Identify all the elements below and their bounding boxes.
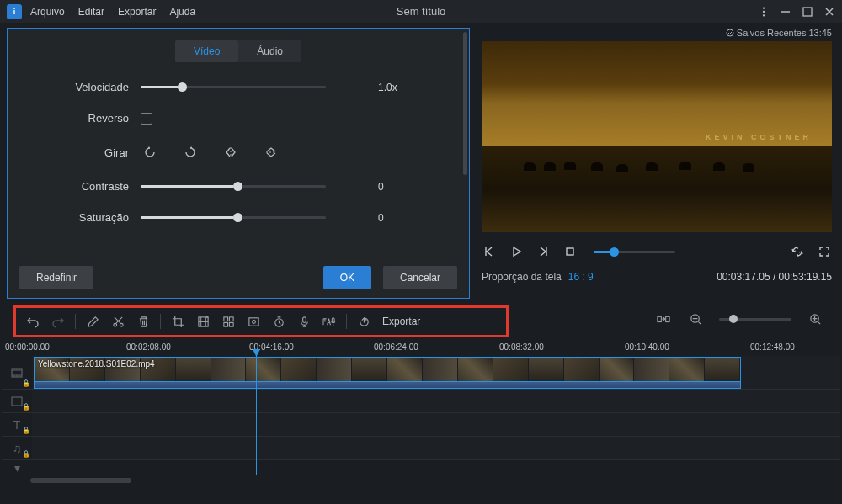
delete-icon[interactable] xyxy=(135,313,152,330)
svg-rect-14 xyxy=(223,322,227,326)
svg-rect-12 xyxy=(223,316,227,321)
tab-video[interactable]: Vídeo xyxy=(175,40,238,62)
menu-file[interactable]: Arquivo xyxy=(30,6,65,18)
reset-button[interactable]: Redefinir xyxy=(19,266,93,289)
ruler-tick: 00:12:48.00 xyxy=(750,342,795,352)
svg-rect-21 xyxy=(658,316,661,321)
contrast-slider[interactable] xyxy=(141,185,326,188)
text-track[interactable] xyxy=(32,413,840,437)
timeline-scrollbar[interactable] xyxy=(2,477,840,484)
menu-help[interactable]: Ajuda xyxy=(169,6,195,18)
time-ruler[interactable]: 00:00:00.00 00:02:08.00 00:04:16.00 00:0… xyxy=(2,342,840,356)
tts-icon[interactable] xyxy=(321,313,338,330)
clip-filename: Yellowstone.2018.S01E02.mp4 xyxy=(38,359,155,369)
mosaic-icon[interactable] xyxy=(195,313,211,330)
timeline: 00:00:00.00 00:02:08.00 00:04:16.00 00:0… xyxy=(0,339,842,484)
maximize-icon[interactable] xyxy=(802,6,813,18)
svg-point-17 xyxy=(252,320,255,323)
snapshot-icon[interactable] xyxy=(790,244,805,259)
saturation-label: Saturação xyxy=(23,211,141,224)
flip-horizontal-icon[interactable] xyxy=(221,143,240,162)
prev-frame-button[interactable] xyxy=(482,244,497,259)
play-button[interactable] xyxy=(509,244,524,259)
reverse-checkbox[interactable] xyxy=(141,113,152,125)
export-label[interactable]: Exportar xyxy=(382,316,420,327)
stop-button[interactable] xyxy=(562,244,578,259)
tab-audio[interactable]: Áudio xyxy=(238,40,301,62)
ok-button[interactable]: OK xyxy=(323,266,371,289)
aspect-value[interactable]: 16 : 9 xyxy=(568,271,594,283)
cancel-button[interactable]: Cancelar xyxy=(383,266,457,289)
svg-point-9 xyxy=(113,323,116,326)
saved-status: Salvos Recentes 13:45 xyxy=(482,28,832,38)
ruler-tick: 00:08:32.00 xyxy=(499,342,544,352)
document-title: Sem título xyxy=(397,5,446,18)
audio-track-icon[interactable]: ♫🔒 xyxy=(2,437,32,460)
svg-point-10 xyxy=(120,323,123,326)
rotate-cw-icon[interactable] xyxy=(181,143,200,162)
contrast-value: 0 xyxy=(378,181,384,193)
fullscreen-icon[interactable] xyxy=(817,244,832,259)
ruler-tick: 00:00:00.00 xyxy=(5,342,50,352)
zoom-in-icon[interactable] xyxy=(807,310,823,327)
cut-icon[interactable] xyxy=(109,313,126,330)
svg-point-1 xyxy=(763,10,765,12)
svg-rect-26 xyxy=(12,397,22,406)
rotate-ccw-icon[interactable] xyxy=(141,143,159,162)
video-track[interactable]: Yellowstone.2018.S01E02.mp4 xyxy=(32,356,840,390)
saturation-slider[interactable] xyxy=(141,216,326,219)
svg-rect-19 xyxy=(302,316,306,322)
playhead[interactable] xyxy=(256,356,257,475)
saturation-value: 0 xyxy=(378,212,384,224)
menu-export[interactable]: Exportar xyxy=(118,6,156,18)
undo-icon[interactable] xyxy=(24,313,41,330)
ruler-tick: 00:02:08.00 xyxy=(126,342,171,352)
close-icon[interactable] xyxy=(823,6,835,18)
fit-icon[interactable] xyxy=(655,310,672,327)
panel-scrollbar[interactable] xyxy=(463,32,467,175)
export-icon[interactable] xyxy=(355,313,372,330)
overlay-track[interactable] xyxy=(32,390,840,413)
preview-credit-text: KEVIN COSTNER xyxy=(706,133,812,141)
svg-point-2 xyxy=(763,14,765,16)
svg-rect-15 xyxy=(229,322,233,326)
speed-time-icon[interactable] xyxy=(270,313,287,330)
crop-icon[interactable] xyxy=(169,313,186,330)
rotate-label: Girar xyxy=(23,146,141,159)
volume-slider[interactable] xyxy=(594,251,675,253)
menu-edit[interactable]: Editar xyxy=(78,6,104,18)
collapse-tracks-icon[interactable]: ▾ xyxy=(2,460,32,475)
next-frame-button[interactable] xyxy=(536,244,551,259)
pip-icon[interactable] xyxy=(245,313,262,330)
zoom-slider[interactable] xyxy=(719,318,791,321)
ruler-tick: 00:10:40.00 xyxy=(625,342,669,352)
svg-rect-8 xyxy=(567,248,573,255)
svg-point-0 xyxy=(763,7,765,8)
svg-rect-22 xyxy=(666,316,669,321)
flip-vertical-icon[interactable] xyxy=(262,143,280,162)
zoom-out-icon[interactable] xyxy=(687,310,704,327)
speed-slider[interactable] xyxy=(141,86,326,88)
minimize-icon[interactable] xyxy=(780,6,791,18)
main-menu: Arquivo Editar Exportar Ajuda xyxy=(30,6,195,18)
video2-track-icon[interactable]: 🔒 xyxy=(2,390,32,413)
app-logo-icon: i xyxy=(7,4,22,19)
speed-value: 1.0x xyxy=(378,82,397,93)
speed-label: Velocidade xyxy=(23,81,141,93)
audio-track[interactable] xyxy=(32,437,840,460)
video-track-icon[interactable]: 🔒 xyxy=(2,356,32,390)
voice-icon[interactable] xyxy=(296,313,312,330)
redo-icon[interactable] xyxy=(50,313,67,330)
text-track-icon[interactable]: T🔒 xyxy=(2,413,32,437)
svg-rect-16 xyxy=(248,317,258,325)
video-clip[interactable]: Yellowstone.2018.S01E02.mp4 xyxy=(34,357,741,382)
edit-icon[interactable] xyxy=(84,313,101,330)
title-bar: i Arquivo Editar Exportar Ajuda Sem títu… xyxy=(0,0,842,23)
grid-icon[interactable] xyxy=(220,313,237,330)
svg-rect-4 xyxy=(803,8,812,16)
svg-rect-13 xyxy=(229,316,233,321)
timecode: 00:03:17.05 / 00:53:19.15 xyxy=(717,271,832,283)
clip-audio-wave xyxy=(34,382,741,389)
svg-rect-20 xyxy=(332,317,334,322)
more-icon[interactable] xyxy=(758,6,770,18)
